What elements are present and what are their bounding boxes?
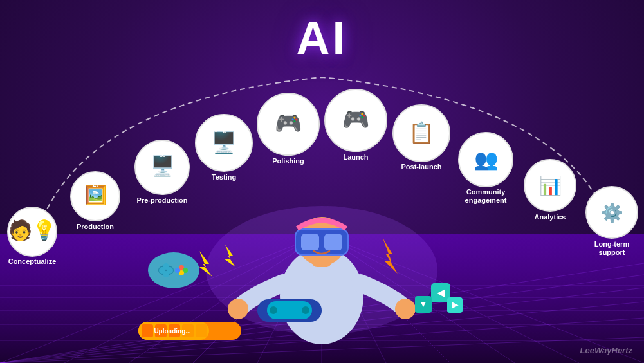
svg-rect-0 — [0, 234, 644, 363]
watermark: LeeWayHertz — [580, 346, 632, 355]
main-title: AI — [297, 12, 348, 64]
grid-floor — [0, 234, 644, 363]
